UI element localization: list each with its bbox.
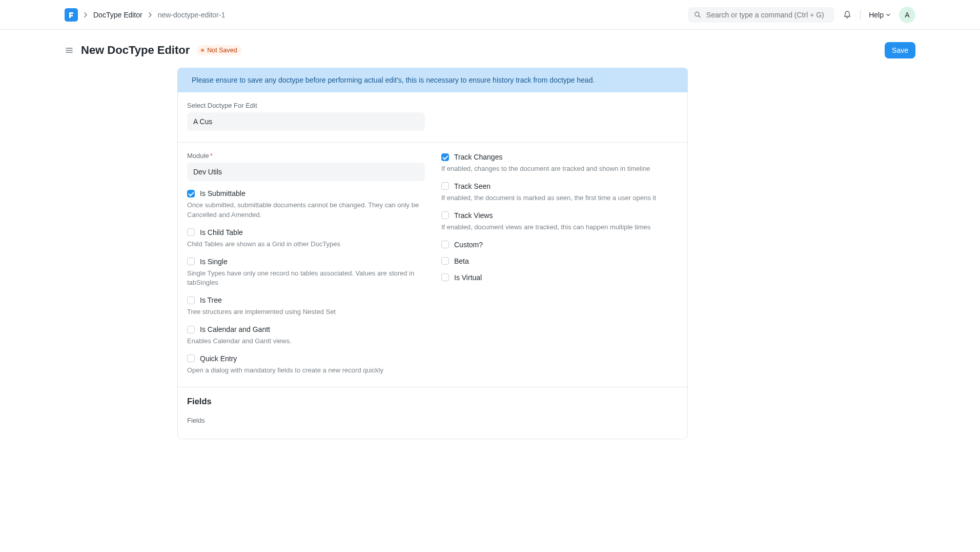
menu-icon [65, 46, 74, 55]
user-avatar[interactable]: A [899, 7, 915, 23]
settings-columns: Module* Is SubmittableOnce submitted, su… [187, 152, 678, 376]
checkbox-track_views[interactable]: Track Views [441, 211, 678, 220]
svg-line-1 [699, 16, 700, 17]
checkbox-is_virtual[interactable]: Is Virtual [441, 273, 678, 282]
info-banner: Please ensure to save any doctype before… [177, 68, 688, 92]
module-label: Module* [187, 152, 425, 160]
help-text-is_single: Single Types have only one record no tab… [187, 269, 425, 288]
help-text-track_seen: If enabled, the document is marked as se… [441, 193, 678, 203]
search-box[interactable] [688, 7, 834, 23]
checkbox-label-track_views: Track Views [454, 211, 493, 220]
select-doctype-label: Select Doctype For Edit [187, 102, 678, 109]
checkbox-track_seen[interactable]: Track Seen [441, 182, 678, 190]
save-button[interactable]: Save [885, 42, 915, 58]
checkbox-input-is_calendar_gantt[interactable] [187, 326, 195, 333]
breadcrumb-root-link[interactable]: DocType Editor [93, 11, 142, 19]
checkbox-is_tree[interactable]: Is Tree [187, 296, 425, 304]
checkbox-input-track_changes[interactable] [441, 153, 449, 161]
checkbox-label-track_changes: Track Changes [454, 153, 502, 161]
app-logo[interactable] [65, 8, 78, 22]
help-text-track_views: If enabled, document views are tracked, … [441, 223, 678, 232]
navbar: DocType Editor new-doctype-editor-1 Help [0, 0, 980, 30]
checkbox-input-is_virtual[interactable] [441, 273, 449, 281]
sidebar-toggle[interactable] [65, 46, 74, 55]
page-body: New DocType Editor Not Saved Save Please… [0, 30, 980, 460]
help-label: Help [869, 11, 884, 19]
checkbox-label-track_seen: Track Seen [454, 182, 491, 190]
settings-left-col: Module* Is SubmittableOnce submitted, su… [187, 152, 425, 376]
notifications-button[interactable] [843, 10, 852, 19]
checkbox-input-track_seen[interactable] [441, 182, 449, 190]
checkbox-input-quick_entry[interactable] [187, 354, 195, 362]
checkbox-input-beta[interactable] [441, 257, 449, 265]
checkbox-label-custom: Custom? [454, 241, 483, 249]
module-label-text: Module [187, 152, 209, 160]
checkbox-quick_entry[interactable]: Quick Entry [187, 354, 425, 363]
section-select-doctype: Select Doctype For Edit [178, 92, 687, 143]
navbar-left: DocType Editor new-doctype-editor-1 [8, 8, 225, 22]
checkbox-is_single[interactable]: Is Single [187, 258, 425, 266]
chevron-right-icon [148, 12, 153, 17]
checkbox-label-is_single: Is Single [200, 258, 228, 266]
divider [860, 10, 861, 19]
bell-icon [843, 10, 852, 19]
form-card: Select Doctype For Edit Module* Is Submi… [177, 92, 688, 439]
checkbox-input-is_tree[interactable] [187, 297, 195, 304]
help-text-is_child_table: Child Tables are shown as a Grid in othe… [187, 240, 425, 249]
checkbox-label-is_submittable: Is Submittable [200, 189, 246, 198]
checkbox-input-is_single[interactable] [187, 258, 195, 265]
search-input[interactable] [706, 11, 828, 19]
search-icon [694, 11, 701, 18]
help-text-is_tree: Tree structures are implemented using Ne… [187, 307, 425, 317]
checkbox-input-custom[interactable] [441, 241, 449, 248]
help-text-quick_entry: Open a dialog with mandatory fields to c… [187, 366, 425, 376]
checkbox-input-is_child_table[interactable] [187, 228, 195, 236]
checkbox-custom[interactable]: Custom? [441, 241, 678, 249]
checkbox-label-is_tree: Is Tree [200, 296, 222, 304]
navbar-right: Help A [688, 7, 972, 23]
help-text-is_calendar_gantt: Enables Calendar and Gantt views. [187, 337, 425, 346]
frappe-logo-icon [67, 11, 75, 19]
checkbox-beta[interactable]: Beta [441, 257, 678, 265]
page-title: New DocType Editor [81, 44, 190, 57]
checkbox-input-track_views[interactable] [441, 211, 449, 219]
help-dropdown[interactable]: Help [869, 11, 891, 19]
checkbox-is_calendar_gantt[interactable]: Is Calendar and Gantt [187, 325, 425, 333]
checkbox-is_submittable[interactable]: Is Submittable [187, 189, 425, 198]
page-actions: Save [885, 42, 915, 58]
checkbox-label-is_calendar_gantt: Is Calendar and Gantt [200, 325, 270, 333]
status-badge: Not Saved [197, 45, 241, 55]
breadcrumb-current: new-doctype-editor-1 [158, 11, 226, 19]
page-head: New DocType Editor Not Saved Save [8, 30, 972, 68]
fields-sublabel: Fields [187, 417, 678, 424]
section-settings: Module* Is SubmittableOnce submitted, su… [178, 143, 687, 387]
help-text-is_submittable: Once submitted, submittable documents ca… [187, 201, 425, 220]
section-fields: Fields Fields [178, 387, 687, 439]
page-head-left: New DocType Editor Not Saved [65, 44, 241, 57]
checkbox-is_child_table[interactable]: Is Child Table [187, 228, 425, 236]
checkbox-label-is_virtual: Is Virtual [454, 273, 482, 282]
checkbox-track_changes[interactable]: Track Changes [441, 153, 678, 161]
checkbox-label-is_child_table: Is Child Table [200, 228, 243, 236]
checkbox-label-beta: Beta [454, 257, 469, 265]
fields-heading: Fields [187, 397, 678, 406]
select-doctype-input[interactable] [187, 112, 425, 131]
checkbox-label-quick_entry: Quick Entry [200, 354, 237, 363]
breadcrumb: DocType Editor new-doctype-editor-1 [83, 11, 225, 19]
required-asterisk: * [210, 152, 213, 160]
module-input[interactable] [187, 163, 425, 181]
form-container: Please ensure to save any doctype before… [177, 68, 688, 439]
chevron-down-icon [886, 12, 891, 17]
settings-right-col: Track ChangesIf enabled, changes to the … [441, 152, 678, 376]
chevron-right-icon [83, 12, 88, 17]
checkbox-input-is_submittable[interactable] [187, 190, 195, 198]
help-text-track_changes: If enabled, changes to the document are … [441, 164, 678, 174]
